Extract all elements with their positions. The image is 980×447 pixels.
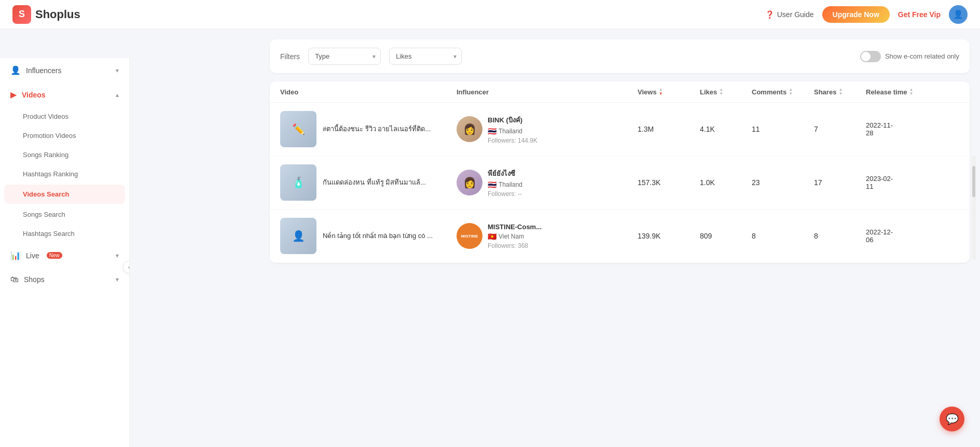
upgrade-now-button[interactable]: Upgrade Now	[822, 6, 890, 23]
influencer-avatar-2[interactable]: 👩	[457, 170, 482, 195]
th-spacer	[949, 88, 959, 96]
user-guide-button[interactable]: ❓ User Guide	[765, 10, 814, 19]
table-row: 🧴 กันแดดล่องหน ที่แท้รู มิสทีนมาแล้... 👩…	[270, 156, 970, 209]
th-likes[interactable]: Likes ▲▼	[700, 88, 752, 96]
question-icon: ❓	[765, 10, 774, 19]
likes-sort-icon: ▲▼	[719, 88, 723, 96]
th-shares-label: Shares	[814, 88, 836, 96]
chevron-up-icon: ▴	[116, 91, 119, 99]
logo[interactable]: S Shoplus	[12, 5, 80, 24]
video-title-2[interactable]: กันแดดล่องหน ที่แท้รู มิสทีนมาแล้...	[323, 178, 426, 187]
ecom-toggle-wrap: Show e-com related only	[860, 51, 959, 62]
influencer-followers-2: Followers: --	[488, 190, 522, 198]
likes-1: 4.1K	[700, 125, 752, 133]
th-comments-label: Comments	[752, 88, 786, 96]
sidebar-item-songs-ranking[interactable]: Songs Ranking	[0, 145, 129, 164]
chat-fab-button[interactable]: 💬	[940, 407, 964, 431]
shares-1: 7	[814, 125, 866, 133]
video-thumb-2[interactable]: 🧴	[280, 164, 316, 201]
filter-bar: Filters Type Likes Show e-com related on…	[270, 39, 970, 73]
table-row: ✏️ #ตานี้ต้องชนะ รีวิว อายไลเนอร์ที่ติด.…	[270, 103, 970, 156]
th-views-label: Views	[638, 88, 657, 96]
influencer-followers-1: Followers: 144.9K	[488, 137, 537, 144]
get-free-vip-link[interactable]: Get Free Vip	[898, 10, 941, 19]
influencer-cell-3: MISTINE MISTINE-Cosm... 🇻🇳 Viet Nam Foll…	[457, 223, 638, 249]
table-row: 👤 Nền tảng tốt nhất mà bạn từng có ... M…	[270, 209, 970, 263]
videos-search-label: Videos Search	[23, 190, 69, 198]
chevron-down-icon-shops: ▾	[116, 276, 119, 283]
person-icon: 👤	[10, 65, 21, 75]
sidebar-item-videos-search[interactable]: Videos Search	[4, 185, 125, 204]
ecom-toggle[interactable]	[860, 51, 881, 62]
influencers-label: Influencers	[26, 66, 61, 75]
shops-label: Shops	[24, 275, 45, 284]
ecom-toggle-label: Show e-com related only	[885, 52, 959, 60]
live-label: Live	[26, 252, 39, 260]
influencer-name-1[interactable]: BINK (บิงค์)	[488, 115, 537, 125]
influencer-followers-3: Followers: 368	[488, 242, 542, 249]
country-name-1: Thailand	[499, 128, 522, 135]
promotion-videos-label: Promotion Videos	[23, 132, 76, 139]
product-videos-label: Product Videos	[23, 113, 68, 120]
th-video-label: Video	[280, 88, 298, 96]
shop-icon: 🛍	[10, 275, 19, 284]
logo-text: Shoplus	[35, 8, 80, 21]
songs-search-label: Songs Search	[23, 211, 65, 218]
th-likes-label: Likes	[700, 88, 717, 96]
scrollbar-thumb[interactable]	[972, 166, 975, 197]
influencer-avatar-3[interactable]: MISTINE	[457, 223, 482, 249]
video-thumb-1[interactable]: ✏️	[280, 111, 316, 147]
table-header: Video Influencer Views ▲ ▼ Likes ▲▼	[270, 81, 970, 103]
views-1: 1.3M	[638, 125, 700, 133]
video-title-3[interactable]: Nền tảng tốt nhất mà bạn từng có ...	[323, 231, 433, 241]
th-shares[interactable]: Shares ▲▼	[814, 88, 866, 96]
influencer-cell-1: 👩 BINK (บิงค์) 🇹🇭 Thailand Followers: 14…	[457, 115, 638, 144]
comments-1: 11	[752, 125, 814, 133]
chart-icon: 📊	[10, 250, 21, 260]
header: S Shoplus ❓ User Guide Upgrade Now Get F…	[0, 0, 980, 29]
video-thumb-placeholder-3: 👤	[280, 218, 316, 254]
influencer-avatar-1[interactable]: 👩	[457, 116, 482, 142]
th-release-time[interactable]: Release time ▲▼	[866, 88, 949, 96]
videos-table: Video Influencer Views ▲ ▼ Likes ▲▼	[270, 81, 970, 263]
views-sort-icon: ▲ ▼	[659, 88, 663, 96]
sidebar-item-hashtags-ranking[interactable]: Hashtags Ranking	[0, 164, 129, 184]
chevron-down-icon-live: ▾	[116, 252, 119, 259]
main-content: Filters Type Likes Show e-com related on…	[259, 29, 980, 447]
influencer-info-1: BINK (บิงค์) 🇹🇭 Thailand Followers: 144.…	[488, 115, 537, 144]
header-right: ❓ User Guide Upgrade Now Get Free Vip 👤	[765, 5, 968, 24]
chat-icon: 💬	[946, 413, 959, 425]
video-thumb-3[interactable]: 👤	[280, 218, 316, 254]
influencer-country-1: 🇹🇭 Thailand	[488, 127, 537, 135]
th-views[interactable]: Views ▲ ▼	[638, 88, 700, 96]
sidebar-item-promotion-videos[interactable]: Promotion Videos	[0, 126, 129, 145]
influencer-name-3[interactable]: MISTINE-Cosm...	[488, 223, 542, 231]
likes-filter-wrap: Likes	[389, 48, 462, 65]
likes-3: 809	[700, 232, 752, 240]
sidebar-item-videos[interactable]: ▶ Videos ▴	[0, 82, 129, 107]
influencer-country-2: 🇹🇭 Thailand	[488, 180, 522, 189]
sidebar-item-shops[interactable]: 🛍 Shops ▾	[0, 268, 129, 291]
logo-icon: S	[12, 5, 31, 24]
release-date-1: 2022-11-28	[866, 121, 949, 137]
user-guide-label: User Guide	[777, 10, 814, 19]
likes-filter-select[interactable]: Likes	[389, 48, 462, 65]
sidebar-item-live[interactable]: 📊 Live New ▾	[0, 243, 129, 268]
sidebar-item-hashtags-search[interactable]: Hashtags Search	[0, 224, 129, 243]
chevron-down-icon: ▾	[116, 67, 119, 74]
influencer-country-3: 🇻🇳 Viet Nam	[488, 232, 542, 241]
release-time-sort-icon: ▲▼	[909, 88, 914, 96]
influencer-name-2[interactable]: พีย์ยังไงซี	[488, 168, 522, 179]
sidebar-item-songs-search[interactable]: Songs Search	[0, 205, 129, 224]
hashtags-search-label: Hashtags Search	[23, 230, 75, 238]
user-avatar[interactable]: 👤	[949, 5, 968, 24]
scrollbar-track[interactable]	[972, 156, 976, 259]
video-title-1[interactable]: #ตานี้ต้องชนะ รีวิว อายไลเนอร์ที่ติด...	[323, 124, 431, 134]
layout: ‹ 👤 Influencers ▾ ▶ Videos ▴ Product Vid…	[0, 0, 980, 447]
flag-icon-1: 🇹🇭	[488, 127, 496, 135]
th-comments[interactable]: Comments ▲▼	[752, 88, 814, 96]
type-filter-select[interactable]: Type	[308, 48, 381, 65]
sidebar-item-product-videos[interactable]: Product Videos	[0, 107, 129, 126]
video-thumb-placeholder-1: ✏️	[280, 111, 316, 147]
sidebar-item-influencers[interactable]: 👤 Influencers ▾	[0, 58, 129, 82]
